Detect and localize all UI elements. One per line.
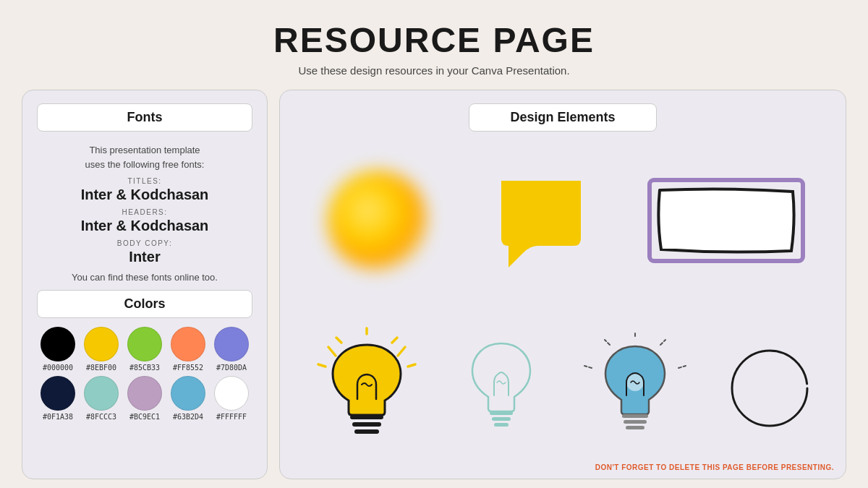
color-hex-coral: #FF8552: [173, 364, 203, 372]
color-item-coral: #FF8552: [171, 327, 205, 372]
color-hex-lavender: #BC9EC1: [129, 413, 160, 421]
svg-line-16: [584, 366, 592, 368]
font-find-text: You can find these fonts online too.: [37, 272, 252, 283]
svg-line-5: [408, 364, 415, 367]
page-title: RESOURCE PAGE: [273, 20, 595, 60]
sketch-rect-element: [647, 177, 806, 264]
color-circle-yellow: [84, 327, 119, 361]
color-circle-purple: [214, 327, 249, 361]
color-circle-green: [127, 327, 162, 361]
fonts-intro: This presentation templateuses the follo…: [37, 143, 252, 171]
color-hex-purple: #7D80DA: [216, 364, 247, 372]
color-item-green: #85CB33: [127, 327, 162, 372]
colors-heading: Colors: [37, 290, 252, 318]
color-hex-green: #85CB33: [129, 364, 160, 372]
color-swatches: #000000 #8EBF00 #85CB33 #FF8552: [37, 324, 252, 424]
color-circle-white: [214, 376, 249, 411]
color-hex-black: #000000: [43, 364, 73, 372]
elements-row-bottom: [294, 309, 831, 467]
svg-line-17: [660, 340, 665, 345]
title-font-name: Inter & Kodchasan: [37, 185, 252, 204]
svg-rect-12: [492, 417, 511, 421]
svg-point-23: [732, 351, 807, 426]
svg-line-6: [328, 347, 336, 356]
svg-line-7: [398, 347, 405, 356]
title-font-label: TITLES:: [37, 177, 252, 185]
color-item-white: #FFFFFF: [214, 376, 249, 421]
page-header: RESOURCE PAGE Use these design resources…: [273, 0, 595, 81]
color-row-2: #0F1A38 #8FCCC3 #BC9EC1 #63B2D4: [37, 376, 252, 421]
header-font-name: Inter & Kodchasan: [37, 216, 252, 235]
svg-line-15: [605, 340, 610, 345]
color-item-yellow: #8EBF00: [84, 327, 119, 372]
fonts-section: This presentation templateuses the follo…: [37, 139, 252, 283]
color-circle-navy: [41, 376, 75, 411]
svg-rect-21: [626, 426, 644, 429]
right-panel: Design Elements: [279, 90, 846, 479]
page-subtitle: Use these design resources in your Canva…: [273, 64, 595, 77]
color-hex-blue: #63B2D4: [173, 413, 203, 421]
header-font-label: HEADERS:: [37, 208, 252, 216]
yellow-blob-element: [487, 174, 595, 267]
svg-rect-9: [352, 422, 381, 427]
svg-line-4: [392, 338, 397, 343]
svg-rect-13: [494, 423, 509, 427]
svg-rect-8: [350, 415, 383, 419]
circle-outline-element: [726, 345, 813, 432]
color-item-teal: #8FCCC3: [84, 376, 119, 421]
svg-rect-11: [490, 411, 513, 415]
svg-rect-19: [622, 414, 648, 418]
color-circle-teal: [84, 376, 119, 411]
color-circle-coral: [171, 327, 205, 361]
sun-glow-element: [320, 170, 435, 271]
design-elements-header: Design Elements: [294, 103, 831, 132]
bulb-blue-element: [581, 330, 689, 446]
elements-row-top: [294, 142, 831, 299]
color-circle-blue: [171, 376, 205, 411]
colors-section: Colors #000000 #8EBF00 #85CB33: [37, 290, 252, 424]
color-hex-teal: #8FCCC3: [86, 413, 116, 421]
color-circle-lavender: [127, 376, 162, 411]
color-item-purple: #7D80DA: [214, 327, 249, 372]
color-item-lavender: #BC9EC1: [127, 376, 162, 421]
svg-rect-10: [354, 429, 379, 434]
bulb-outline-element: [458, 330, 545, 446]
svg-line-18: [678, 366, 686, 368]
design-elements-heading: Design Elements: [469, 103, 657, 132]
color-row-1: #000000 #8EBF00 #85CB33 #FF8552: [37, 327, 252, 372]
body-font-name: Inter: [37, 247, 252, 266]
fonts-heading: Fonts: [37, 103, 252, 132]
svg-rect-20: [624, 420, 647, 424]
color-circle-black: [41, 327, 75, 361]
color-item-blue: #63B2D4: [171, 376, 205, 421]
color-item-black: #000000: [41, 327, 75, 372]
color-hex-navy: #0F1A38: [43, 413, 73, 421]
left-panel: Fonts This presentation templateuses the…: [22, 90, 268, 479]
svg-line-3: [318, 364, 326, 367]
color-hex-white: #FFFFFF: [216, 413, 247, 421]
color-hex-yellow: #8EBF00: [86, 364, 116, 372]
svg-line-2: [336, 338, 341, 343]
bulb-yellow-element: [312, 327, 421, 450]
main-content: Fonts This presentation templateuses the…: [0, 81, 868, 488]
color-item-navy: #0F1A38: [41, 376, 75, 421]
footer-note: DON'T FORGET TO DELETE THIS PAGE BEFORE …: [595, 463, 834, 471]
body-font-label: BODY COPY:: [37, 239, 252, 247]
